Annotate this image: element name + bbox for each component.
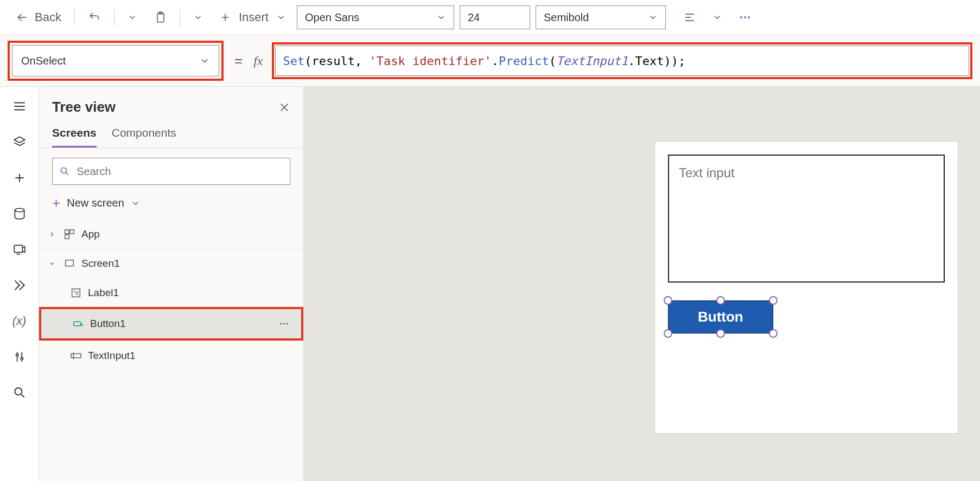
font-family-value: Open Sans <box>305 11 359 24</box>
more-icon <box>278 318 289 329</box>
arrow-left-icon <box>15 10 29 24</box>
chevron-down-icon <box>648 12 658 22</box>
selection-handle[interactable] <box>769 329 778 338</box>
align-button[interactable] <box>678 8 702 27</box>
hamburger-button[interactable] <box>7 93 33 119</box>
formula-token: (result, <box>304 54 369 68</box>
tree-item-app[interactable]: App <box>39 219 303 248</box>
tree-search[interactable] <box>52 158 290 185</box>
svg-point-10 <box>61 168 66 173</box>
tools-rail-button[interactable] <box>7 344 33 370</box>
insert-label: Insert <box>239 10 269 24</box>
left-rail: (x) <box>0 87 39 481</box>
svg-point-8 <box>21 357 23 360</box>
tree-item-textinput1[interactable]: TextInput1 <box>39 341 303 370</box>
tools-icon <box>12 350 27 364</box>
close-button[interactable] <box>278 101 290 113</box>
svg-rect-6 <box>14 245 22 252</box>
tree-item-label: Button1 <box>90 318 126 330</box>
selection-handle[interactable] <box>664 329 672 338</box>
selection-handle[interactable] <box>769 296 778 305</box>
insert-button[interactable]: Insert <box>214 7 291 28</box>
screen-icon <box>63 258 76 270</box>
data-rail-button[interactable] <box>7 201 33 227</box>
font-family-select[interactable]: Open Sans <box>297 5 454 29</box>
chevron-down-icon <box>436 12 446 22</box>
tree-view-button[interactable] <box>7 129 33 155</box>
cylinder-icon <box>12 207 27 221</box>
svg-point-7 <box>16 354 18 356</box>
svg-rect-11 <box>65 229 69 233</box>
hamburger-icon <box>12 99 27 113</box>
align-dropdown[interactable] <box>707 9 728 25</box>
formula-token: TextInput1 <box>556 54 628 68</box>
tree-header: Tree view <box>39 87 303 121</box>
top-toolbar: Back Insert Open Sans 24 Semibold <box>0 0 980 35</box>
svg-point-2 <box>740 16 742 18</box>
property-selector[interactable]: OnSelect <box>12 45 219 76</box>
tab-components[interactable]: Components <box>112 126 176 147</box>
tree-item-label1[interactable]: Label1 <box>39 278 303 307</box>
clipboard-icon <box>154 11 167 24</box>
formula-token: . <box>492 54 499 68</box>
tree-item-button1[interactable]: Button1 <box>41 309 301 338</box>
separator <box>114 9 114 26</box>
back-button[interactable]: Back <box>10 7 67 28</box>
svg-point-4 <box>748 16 750 18</box>
button-icon <box>72 318 85 330</box>
undo-dropdown[interactable] <box>122 9 143 25</box>
app-screen[interactable]: Button <box>654 141 958 434</box>
selection-handle[interactable] <box>664 296 672 305</box>
tree-search-input[interactable] <box>77 165 283 178</box>
chevron-down-icon <box>131 198 141 208</box>
selection-handle[interactable] <box>716 296 725 305</box>
tab-screens[interactable]: Screens <box>52 126 97 147</box>
search-icon <box>12 386 27 400</box>
formula-token: ( <box>549 54 556 68</box>
formula-token: Predict <box>499 54 549 68</box>
more-button[interactable] <box>733 8 757 27</box>
insert-rail-button[interactable] <box>7 165 33 191</box>
chevron-right-icon <box>47 230 58 238</box>
new-screen-label: New screen <box>67 197 124 209</box>
layers-icon <box>12 135 27 149</box>
svg-point-19 <box>286 323 288 325</box>
main-area: (x) Tree view Screens Components + New s… <box>0 87 980 481</box>
plus-icon <box>219 11 231 23</box>
canvas-text-input[interactable] <box>668 155 945 283</box>
variables-rail-button[interactable]: (x) <box>7 308 33 334</box>
undo-button[interactable] <box>82 8 106 27</box>
textinput-icon <box>69 350 82 362</box>
more-button[interactable] <box>274 318 294 329</box>
property-highlight: OnSelect <box>8 41 224 81</box>
tree-item-label: TextInput1 <box>88 350 136 362</box>
new-screen-button[interactable]: + New screen <box>39 190 303 219</box>
chevron-down-icon <box>47 260 58 267</box>
paste-button[interactable] <box>148 8 172 27</box>
formula-token: 'Task identifier' <box>369 54 491 68</box>
canvas-button[interactable]: Button <box>668 300 773 334</box>
align-icon <box>683 11 696 24</box>
search-icon <box>59 165 70 177</box>
formula-input[interactable]: Set(result, 'Task identifier'.Predict(Te… <box>275 46 969 76</box>
flow-icon <box>12 278 27 292</box>
property-value: OnSelect <box>21 55 66 67</box>
canvas[interactable]: Button <box>304 87 980 481</box>
search-rail-button[interactable] <box>7 380 33 406</box>
formula-token: Set <box>283 54 305 68</box>
separator <box>74 9 75 26</box>
canvas-button-selection: Button <box>668 300 773 334</box>
plus-icon <box>12 171 27 185</box>
automate-rail-button[interactable] <box>7 272 33 298</box>
paste-dropdown[interactable] <box>188 9 208 25</box>
tree-item-label: Screen1 <box>81 258 120 270</box>
equals-sign: = <box>232 53 245 69</box>
formula-bar: OnSelect = fx Set(result, 'Task identifi… <box>0 35 980 87</box>
font-size-input[interactable]: 24 <box>460 5 530 29</box>
tree-item-highlight: Button1 <box>39 307 303 341</box>
selection-handle[interactable] <box>716 329 725 338</box>
svg-point-9 <box>15 388 22 395</box>
tree-item-screen1[interactable]: Screen1 <box>39 248 303 278</box>
media-rail-button[interactable] <box>7 236 33 262</box>
font-weight-select[interactable]: Semibold <box>536 5 666 29</box>
